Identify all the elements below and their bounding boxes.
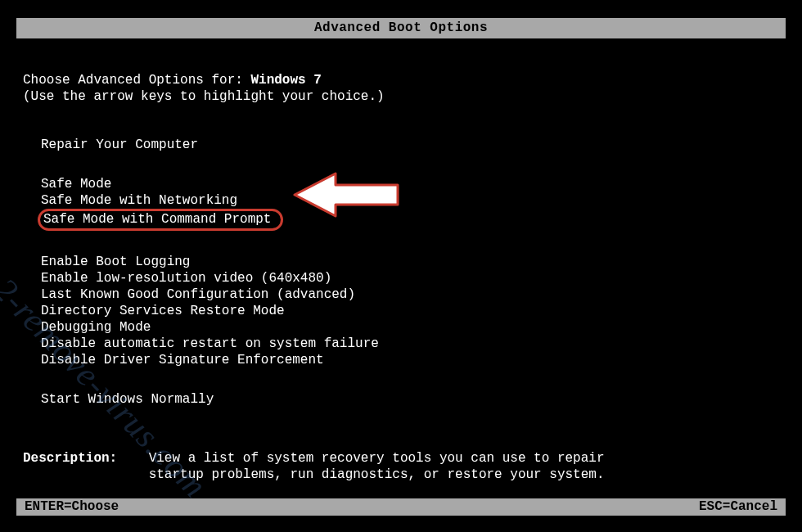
description-block: Description: View a list of system recov… [23, 450, 786, 483]
option-enable-boot-logging[interactable]: Enable Boot Logging [41, 254, 786, 270]
choose-line: Choose Advanced Options for: Windows 7 [23, 73, 786, 88]
option-disable-driver-sig[interactable]: Disable Driver Signature Enforcement [41, 352, 786, 368]
group-repair: Repair Your Computer [41, 137, 786, 153]
title-bar: Advanced Boot Options [16, 18, 786, 38]
description-line-1: View a list of system recovery tools you… [149, 451, 605, 466]
option-start-windows-normally[interactable]: Start Windows Normally [41, 391, 786, 408]
footer-bar: ENTER=Choose ESC=Cancel [16, 498, 786, 516]
hint-line: (Use the arrow keys to highlight your ch… [23, 89, 786, 104]
group-advanced: Enable Boot Logging Enable low-resolutio… [41, 254, 786, 368]
option-repair-your-computer[interactable]: Repair Your Computer [41, 137, 786, 153]
footer-esc: ESC=Cancel [699, 499, 777, 514]
option-safe-mode[interactable]: Safe Mode [41, 176, 786, 192]
option-ds-restore-mode[interactable]: Directory Services Restore Mode [41, 303, 786, 319]
menu-body: Choose Advanced Options for: Windows 7 (… [16, 73, 786, 483]
option-last-known-good[interactable]: Last Known Good Configuration (advanced) [41, 286, 786, 303]
option-low-res-video[interactable]: Enable low-resolution video (640x480) [41, 270, 786, 286]
group-start-normally: Start Windows Normally [41, 391, 786, 408]
title-text: Advanced Boot Options [314, 20, 488, 35]
os-name: Windows 7 [250, 73, 321, 88]
option-safe-mode-command-prompt[interactable]: Safe Mode with Command Prompt [38, 209, 283, 231]
description-line-2: startup problems, run diagnostics, or re… [149, 467, 605, 482]
group-safe-mode: Safe Mode Safe Mode with Networking Safe… [41, 176, 786, 231]
footer-enter: ENTER=Choose [25, 499, 119, 514]
option-safe-mode-networking[interactable]: Safe Mode with Networking [41, 192, 786, 209]
option-disable-auto-restart[interactable]: Disable automatic restart on system fail… [41, 336, 786, 352]
option-debugging-mode[interactable]: Debugging Mode [41, 319, 786, 336]
description-label: Description: [23, 451, 117, 466]
